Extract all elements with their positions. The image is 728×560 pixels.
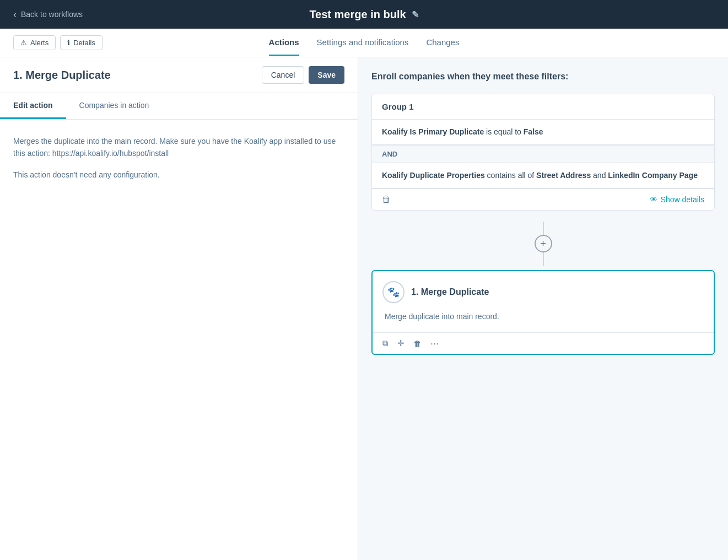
filter-group-header: Group 1 — [372, 94, 714, 120]
right-panel: Enroll companies when they meet these fi… — [358, 57, 728, 560]
tab-edit-action[interactable]: Edit action — [0, 93, 66, 119]
eye-icon: 👁 — [650, 195, 657, 204]
top-navbar: ‹ Back to workflows Test merge in bulk ✎ — [0, 0, 728, 29]
alerts-button[interactable]: ⚠ Alerts — [13, 35, 56, 50]
action-card: 🐾 1. Merge Duplicate Merge duplicate int… — [371, 270, 715, 355]
add-connector: + — [371, 222, 715, 266]
move-icon[interactable]: ✛ — [397, 338, 405, 348]
tab-settings[interactable]: Settings and notifications — [317, 30, 409, 56]
action-card-title: 1. Merge Duplicate — [411, 287, 489, 297]
rule2-operator: contains all of — [487, 171, 537, 180]
action-card-desc: Merge duplicate into main record. — [382, 311, 704, 322]
alerts-label: Alerts — [30, 39, 48, 47]
cancel-button[interactable]: Cancel — [262, 66, 305, 84]
inner-tabs: Edit action Companies in action — [0, 93, 358, 120]
left-panel-header: 1. Merge Duplicate Cancel Save — [0, 57, 358, 93]
action-card-title-row: 🐾 1. Merge Duplicate — [382, 281, 704, 303]
tab-bar: ⚠ Alerts ℹ Details Actions Settings and … — [0, 29, 728, 57]
alerts-icon: ⚠ — [20, 39, 27, 47]
panel-title: 1. Merge Duplicate — [13, 69, 111, 82]
connector-line-top — [543, 222, 544, 235]
left-panel: 1. Merge Duplicate Cancel Save Edit acti… — [0, 57, 358, 560]
add-action-button[interactable]: + — [535, 235, 552, 252]
filter-rule-1: Koalify Is Primary Duplicate is equal to… — [372, 120, 714, 145]
edit-title-icon[interactable]: ✎ — [412, 9, 419, 20]
main-container: 1. Merge Duplicate Cancel Save Edit acti… — [0, 57, 728, 560]
description-text-1: Merges the duplicate into the main recor… — [13, 135, 344, 160]
back-to-workflows-link[interactable]: ‹ Back to workflows — [13, 9, 83, 20]
rule1-operator: is equal to — [486, 127, 524, 136]
rule1-value: False — [524, 127, 543, 136]
filter-rule-2: Koalify Duplicate Properties contains al… — [372, 163, 714, 189]
filter-card-footer: 🗑 👁 Show details — [372, 189, 714, 210]
tab-changes[interactable]: Changes — [426, 30, 459, 56]
rule2-value1: Street Address — [536, 171, 591, 180]
show-details-button[interactable]: 👁 Show details — [650, 195, 704, 204]
back-label: Back to workflows — [21, 10, 83, 19]
workflow-title-text: Test merge in bulk — [309, 8, 406, 21]
connector-line-bottom — [543, 252, 544, 266]
left-panel-content: Merges the duplicate into the main recor… — [0, 120, 358, 560]
details-label: Details — [73, 39, 95, 47]
save-button[interactable]: Save — [309, 66, 344, 84]
action-card-footer: ⧉ ✛ 🗑 ⋯ — [373, 332, 714, 354]
tab-bar-left-actions: ⚠ Alerts ℹ Details — [13, 35, 103, 50]
filter-and-separator: AND — [372, 145, 714, 163]
show-details-label: Show details — [661, 195, 704, 204]
copy-icon[interactable]: ⧉ — [382, 338, 389, 348]
description-text-2: This action doesn't need any configurati… — [13, 169, 344, 181]
delete-group-icon[interactable]: 🗑 — [382, 195, 391, 204]
rule2-value2: LinkedIn Company Page — [608, 171, 698, 180]
main-tabs: Actions Settings and notifications Chang… — [269, 30, 460, 56]
details-icon: ℹ — [67, 39, 70, 47]
rule2-and-text: and — [593, 171, 608, 180]
action-card-icon: 🐾 — [382, 281, 405, 303]
action-card-body: 🐾 1. Merge Duplicate Merge duplicate int… — [373, 271, 714, 332]
enroll-title: Enroll companies when they meet these fi… — [371, 71, 715, 83]
more-options-icon[interactable]: ⋯ — [430, 338, 439, 348]
header-actions: Cancel Save — [262, 66, 344, 84]
tab-companies-in-action[interactable]: Companies in action — [66, 93, 163, 119]
filter-group-card: Group 1 Koalify Is Primary Duplicate is … — [371, 94, 715, 211]
rule2-property: Koalify Duplicate Properties — [382, 171, 485, 180]
back-arrow-icon: ‹ — [13, 9, 17, 20]
tab-actions[interactable]: Actions — [269, 30, 299, 56]
workflow-title: Test merge in bulk ✎ — [309, 8, 418, 21]
rule1-property: Koalify Is Primary Duplicate — [382, 127, 484, 136]
delete-action-icon[interactable]: 🗑 — [413, 339, 422, 348]
details-button[interactable]: ℹ Details — [60, 35, 103, 50]
